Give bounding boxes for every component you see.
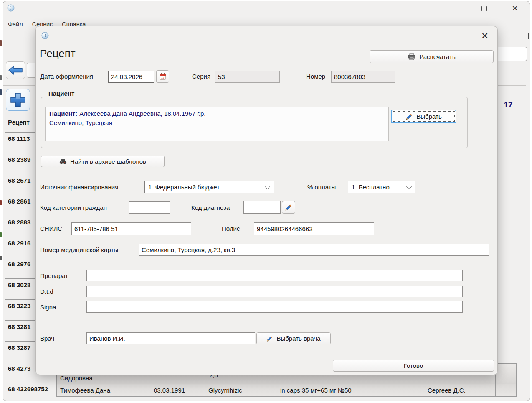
birthdate-cell: 03.03.1991 bbox=[154, 384, 185, 396]
choose-patient-button[interactable]: Выбрать bbox=[391, 110, 456, 123]
table-border bbox=[517, 111, 517, 396]
pencil-icon bbox=[285, 204, 292, 211]
archive-search-label: Найти в архиве шаблонов bbox=[70, 158, 146, 165]
record-count: 17 bbox=[499, 100, 518, 110]
patient-name-cell: Тимофеева Дана bbox=[60, 384, 110, 396]
patient-info-line1: Пациент:Алексеева Дана Андреевна, 18.04.… bbox=[49, 110, 206, 117]
binoculars-icon bbox=[59, 158, 67, 165]
background-artifact bbox=[0, 40, 2, 46]
menu-file[interactable]: Файл bbox=[3, 19, 28, 30]
patient-groupbox-label: Пациент bbox=[46, 90, 77, 97]
number-input[interactable] bbox=[331, 71, 395, 83]
archive-search-button[interactable]: Найти в архиве шаблонов bbox=[41, 156, 165, 167]
close-icon: ✕ bbox=[512, 4, 518, 13]
minimize-button[interactable] bbox=[443, 2, 462, 15]
drug-cell: Glycyrrihizic bbox=[208, 384, 242, 396]
cell-border bbox=[151, 384, 151, 396]
background-artifact bbox=[0, 256, 2, 260]
signa-input[interactable] bbox=[86, 301, 463, 313]
maximize-icon bbox=[481, 6, 487, 11]
series-label: Серия bbox=[192, 73, 210, 80]
dialog-title: Рецепт bbox=[40, 47, 76, 60]
window-bottom-border bbox=[3, 397, 526, 397]
dtd-input[interactable] bbox=[86, 286, 463, 297]
divider bbox=[39, 66, 494, 66]
drug-label: Препарат bbox=[40, 272, 68, 279]
choose-doctor-label: Выбрать врача bbox=[276, 335, 320, 342]
back-button[interactable] bbox=[6, 61, 25, 79]
background-artifact bbox=[0, 232, 2, 237]
payment-value: 1. Бесплатно bbox=[352, 184, 390, 191]
med-card-input[interactable] bbox=[139, 244, 489, 256]
diagnosis-code-label: Код диагноза bbox=[191, 204, 230, 211]
snils-input[interactable] bbox=[71, 222, 191, 235]
choose-doctor-button[interactable]: Выбрать врача bbox=[256, 332, 331, 344]
printer-icon bbox=[408, 53, 416, 61]
screen: ✕ Файл Сервис Справка Рецепт 68 111368 2… bbox=[0, 0, 532, 403]
payment-select[interactable]: 1. Бесплатно bbox=[348, 181, 415, 193]
citizen-category-input[interactable] bbox=[129, 202, 170, 214]
patient-fullname: Алексеева Дана Андреевна, 18.04.1967 г.р… bbox=[79, 110, 205, 117]
table-row[interactable]: Тимофеева Дана 03.03.1991 Glycyrrihizic … bbox=[56, 384, 517, 397]
print-button-label: Распечатать bbox=[419, 53, 456, 60]
citizen-category-label: Код категории граждан bbox=[40, 204, 107, 211]
back-arrow-icon bbox=[8, 65, 23, 76]
policy-input[interactable] bbox=[254, 222, 374, 235]
calendar-icon: 17 bbox=[159, 73, 167, 80]
maximize-button[interactable] bbox=[474, 2, 494, 15]
doctor-input[interactable] bbox=[86, 332, 255, 344]
dtd-label: D.t.d bbox=[40, 288, 53, 295]
series-input[interactable] bbox=[215, 71, 280, 83]
dialog-app-icon bbox=[41, 32, 49, 39]
pencil-icon bbox=[405, 113, 413, 120]
calendar-button[interactable]: 17 bbox=[156, 70, 169, 83]
number-label: Номер bbox=[306, 73, 325, 80]
chevron-down-icon bbox=[406, 184, 412, 189]
close-icon: ✕ bbox=[481, 31, 489, 41]
signa-label: Signa bbox=[40, 304, 56, 311]
recipe-row[interactable]: 68 432698752 bbox=[5, 383, 56, 396]
done-button[interactable]: Готово bbox=[333, 360, 494, 372]
cell-border bbox=[495, 384, 496, 396]
plus-icon bbox=[10, 92, 26, 108]
funding-label: Источник финансирования bbox=[40, 184, 118, 191]
policy-label: Полис bbox=[222, 225, 240, 232]
done-button-label: Готово bbox=[404, 362, 423, 369]
funding-value: 1. Федеральный бюджет bbox=[148, 184, 220, 191]
choose-patient-label: Выбрать bbox=[416, 113, 441, 120]
edit-diagnosis-button[interactable] bbox=[282, 201, 295, 214]
payment-label: % оплаты bbox=[307, 184, 336, 191]
chevron-down-icon bbox=[265, 184, 270, 189]
issue-date-label: Дата оформления bbox=[40, 73, 93, 80]
doctor-label: Врач bbox=[40, 335, 54, 342]
divider bbox=[39, 355, 494, 355]
background-artifact bbox=[0, 200, 2, 205]
scrollbar-fragment[interactable] bbox=[528, 33, 529, 39]
diagnosis-code-input[interactable] bbox=[243, 201, 281, 214]
table-border bbox=[498, 111, 527, 111]
background-artifact bbox=[0, 75, 2, 80]
cell-border bbox=[426, 384, 426, 396]
med-card-label: Номер медицинской карты bbox=[40, 246, 118, 253]
prescription-dialog: ✕ Рецепт Распечатать Дата оформления 17 … bbox=[35, 26, 498, 375]
pencil-icon bbox=[266, 335, 273, 342]
add-recipe-button[interactable] bbox=[6, 89, 30, 111]
cell-border bbox=[277, 384, 277, 396]
background-artifact bbox=[0, 89, 2, 95]
close-dialog-button[interactable]: ✕ bbox=[478, 30, 492, 42]
cell-border bbox=[206, 384, 206, 396]
drug-input[interactable] bbox=[86, 270, 463, 281]
doctor-cell: Сергеев Д.С. bbox=[428, 384, 466, 396]
snils-label: СНИЛС bbox=[40, 225, 62, 232]
patient-info-line2: Семилкино, Турецкая bbox=[49, 119, 112, 126]
dose-text-cell: in caps 35 мг+65 мг №50 bbox=[280, 384, 352, 396]
patient-name-cell: Сидоровна bbox=[60, 375, 93, 382]
issue-date-input[interactable] bbox=[108, 71, 154, 83]
svg-text:17: 17 bbox=[161, 76, 165, 79]
app-icon bbox=[7, 4, 15, 12]
close-window-button[interactable]: ✕ bbox=[505, 2, 524, 15]
funding-select[interactable]: 1. Федеральный бюджет bbox=[144, 181, 274, 193]
patient-prefix: Пациент: bbox=[49, 110, 77, 117]
minimize-icon bbox=[450, 9, 455, 9]
print-button[interactable]: Распечатать bbox=[370, 50, 494, 63]
